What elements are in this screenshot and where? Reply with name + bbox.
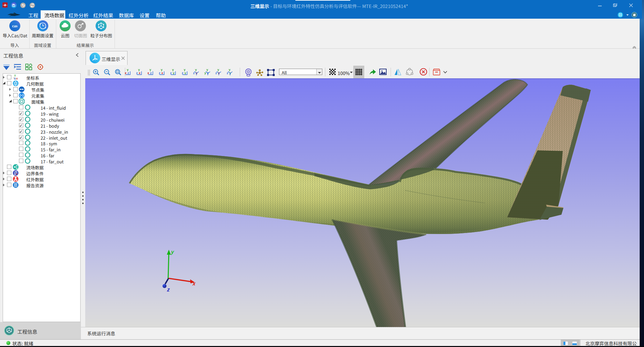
svg-text:z: z bbox=[182, 71, 183, 75]
svg-text:x: x bbox=[147, 71, 149, 75]
svg-text:z: z bbox=[14, 76, 16, 80]
svg-text:z: z bbox=[136, 71, 138, 75]
svg-text:z: z bbox=[170, 71, 172, 75]
svg-text:cas: cas bbox=[12, 24, 18, 28]
svg-text:z: z bbox=[159, 71, 161, 75]
svg-text:x: x bbox=[125, 71, 127, 75]
svg-text:x: x bbox=[16, 76, 18, 80]
